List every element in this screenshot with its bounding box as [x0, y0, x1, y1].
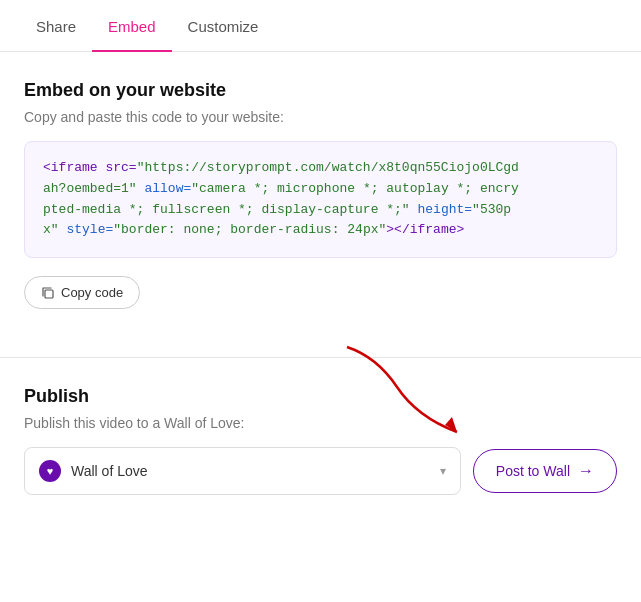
publish-row: ♥ Wall of Love ▾ Post to Wall →: [24, 447, 617, 495]
code-style-attr: style=: [66, 222, 113, 237]
copy-code-label: Copy code: [61, 285, 123, 300]
wall-name-label: Wall of Love: [71, 463, 148, 479]
code-height-attr: height=: [417, 202, 472, 217]
publish-description: Publish this video to a Wall of Love:: [24, 415, 617, 431]
publish-title: Publish: [24, 386, 617, 407]
svg-rect-0: [45, 290, 53, 298]
embed-title: Embed on your website: [24, 80, 617, 101]
chevron-down-icon: ▾: [440, 464, 446, 478]
tabs-nav: Share Embed Customize: [0, 0, 641, 52]
embed-section: Embed on your website Copy and paste thi…: [0, 52, 641, 329]
embed-description: Copy and paste this code to your website…: [24, 109, 617, 125]
heart-icon: ♥: [47, 465, 54, 477]
code-iframe-tag: <iframe src=: [43, 160, 137, 175]
copy-icon: [41, 286, 55, 300]
copy-code-button[interactable]: Copy code: [24, 276, 140, 309]
embed-code-block: <iframe src="https://storyprompt.com/wat…: [24, 141, 617, 258]
code-allow-attr: allow=: [144, 181, 191, 196]
code-close-tag: ></iframe>: [386, 222, 464, 237]
tab-customize[interactable]: Customize: [172, 0, 275, 51]
arrow-right-icon: →: [578, 462, 594, 480]
wall-of-love-select[interactable]: ♥ Wall of Love ▾: [24, 447, 461, 495]
post-to-wall-button[interactable]: Post to Wall →: [473, 449, 617, 493]
section-divider: [0, 357, 641, 358]
tab-share[interactable]: Share: [20, 0, 92, 51]
publish-section: Publish Publish this video to a Wall of …: [0, 386, 641, 523]
tab-embed[interactable]: Embed: [92, 0, 172, 51]
wall-love-icon: ♥: [39, 460, 61, 482]
post-to-wall-label: Post to Wall: [496, 463, 570, 479]
code-style-val: "border: none; border-radius: 24px": [113, 222, 386, 237]
